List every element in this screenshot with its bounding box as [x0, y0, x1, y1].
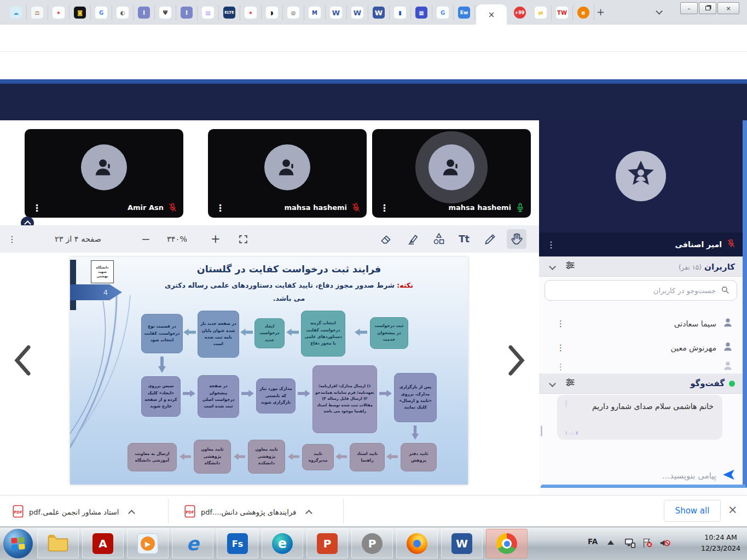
eraser-tool-icon[interactable] — [377, 229, 396, 249]
taskbar-psiphon[interactable]: P — [351, 529, 393, 558]
users-panel-header[interactable]: کاربران (۱۵ نفر) — [539, 256, 743, 277]
browser-tab[interactable]: e — [573, 5, 594, 20]
next-page-chevron-icon[interactable] — [506, 345, 527, 376]
browser-tab[interactable]: ▦ — [411, 5, 432, 20]
pdf-file-icon: PDF — [184, 505, 196, 520]
flow-step: تایید مدیرگروه — [302, 444, 334, 470]
volume-muted-icon[interactable] — [659, 537, 671, 551]
users-filter-icon[interactable] — [565, 260, 576, 273]
download-caret-icon[interactable] — [305, 510, 312, 517]
search-users-input[interactable]: جست‌وجو در کاربران — [545, 280, 737, 301]
browser-tab[interactable]: ◙ — [70, 5, 91, 20]
user-menu-icon[interactable]: ⋮ — [557, 343, 565, 353]
browser-tab[interactable]: ⇄ — [530, 5, 552, 20]
tile-menu-icon[interactable]: ⋮ — [380, 202, 389, 213]
start-button[interactable] — [3, 529, 33, 558]
chat-scrollbar-thumb[interactable] — [541, 425, 542, 436]
window-minimize-button[interactable]: – — [680, 2, 698, 14]
shapes-tool-icon[interactable] — [429, 229, 449, 249]
message-menu-icon[interactable]: ⋮ — [563, 399, 570, 407]
taskbar-media-player[interactable]: ▶ — [127, 529, 169, 558]
network-icon[interactable] — [624, 537, 636, 551]
browser-tab[interactable]: Ew — [454, 5, 475, 20]
pen-tool-icon[interactable] — [480, 229, 500, 249]
browser-tab[interactable]: G — [91, 5, 112, 20]
window-restore-button[interactable] — [699, 2, 716, 14]
fullscreen-icon[interactable] — [238, 225, 248, 253]
zoom-in-button[interactable]: + — [211, 225, 221, 253]
show-all-downloads-button[interactable]: Show all — [664, 500, 721, 522]
tab-favicon-card: ▤ — [202, 7, 214, 19]
browser-tab[interactable]: ◗ — [262, 5, 283, 20]
participant-tile[interactable]: ⋮ Amir Asn — [25, 129, 183, 218]
browser-tab[interactable]: ◍ — [283, 5, 304, 20]
browser-tab[interactable]: ✶ — [48, 5, 70, 20]
flow-arrow-down — [411, 425, 419, 440]
collapse-users-chevron-icon[interactable] — [549, 263, 556, 270]
browser-tab[interactable]: TW — [552, 5, 573, 20]
user-row[interactable]: ⋮ سیما سعادتی — [539, 312, 743, 336]
highlighter-tool-icon[interactable] — [403, 229, 422, 249]
tile-menu-icon[interactable]: ⋮ — [32, 202, 42, 213]
document-menu-icon[interactable]: ⋮ — [8, 225, 16, 253]
download-caret-icon[interactable] — [128, 510, 135, 517]
chat-filter-icon[interactable] — [565, 377, 576, 390]
hand-tool-selected[interactable] — [507, 229, 526, 249]
taskbar-edge[interactable]: e — [262, 529, 303, 558]
svg-text:PDF: PDF — [186, 510, 194, 514]
tray-date: 12/23/2024 — [696, 543, 745, 554]
browser-tab[interactable]: Ψ — [155, 5, 176, 20]
send-message-icon[interactable] — [722, 468, 736, 484]
browser-tab[interactable]: ◐ — [112, 5, 134, 20]
download-item[interactable]: PDF استاد مشاور انجمن علمی.pdf — [12, 501, 134, 523]
browser-tab[interactable]: W — [326, 5, 347, 20]
host-menu-icon[interactable]: ⋮ — [547, 240, 555, 250]
close-downloads-icon[interactable]: × — [728, 503, 738, 516]
tab-favicon-wordpress: W — [373, 7, 385, 19]
browser-tab[interactable]: ELTE — [219, 5, 240, 20]
browser-tab[interactable]: ☁ — [5, 5, 27, 20]
tab-search-chevron-icon[interactable] — [656, 8, 663, 15]
taskbar-faststone[interactable]: Fs — [217, 529, 258, 558]
taskbar-internet-explorer[interactable]: e — [172, 529, 213, 558]
active-tab[interactable]: × — [476, 4, 507, 25]
tab-close-icon[interactable]: × — [488, 10, 495, 20]
browser-tab[interactable]: W — [347, 5, 368, 20]
browser-tab[interactable]: G — [432, 5, 454, 20]
browser-tab[interactable]: I — [176, 5, 198, 20]
browser-tab[interactable]: M — [304, 5, 326, 20]
text-tool[interactable]: Tt — [454, 229, 474, 249]
tray-expand-icon[interactable] — [607, 540, 614, 545]
taskbar-chrome-active[interactable] — [486, 529, 528, 558]
browser-tab[interactable]: ⚖ — [27, 5, 48, 20]
download-item[interactable]: PDF فرایندهای پژوهشی دانش....pdf — [184, 501, 311, 523]
taskbar-adobe-reader[interactable]: A — [82, 529, 124, 558]
flow-step: ۱) ارسال مدارک: اقرارنامه/ تعهدنامه/ فرم… — [312, 365, 377, 433]
collapse-chat-chevron-icon[interactable] — [549, 380, 556, 387]
browser-tab[interactable]: W — [368, 5, 390, 20]
browser-tab[interactable]: +99 — [509, 5, 530, 20]
zoom-out-button[interactable]: − — [141, 225, 150, 253]
action-center-flag-icon[interactable] — [641, 537, 653, 551]
taskbar-explorer[interactable] — [37, 529, 79, 558]
chat-panel-header[interactable]: گفت‌وگو — [539, 374, 743, 394]
window-close-button[interactable]: × — [717, 2, 739, 14]
browser-tab[interactable]: ▤ — [198, 5, 219, 20]
browser-tab[interactable]: ▮ — [390, 5, 411, 20]
new-tab-button[interactable]: + — [597, 6, 605, 18]
taskbar-powerpoint[interactable]: P — [306, 529, 348, 558]
participant-tile-speaking[interactable]: ⋮ mahsa hashemi — [372, 129, 531, 218]
user-row-partial[interactable]: ⋮ — [539, 360, 743, 374]
browser-tab[interactable]: I — [134, 5, 155, 20]
browser-tab[interactable]: ✶ — [240, 5, 262, 20]
language-indicator[interactable]: FA — [588, 537, 598, 546]
taskbar-clock[interactable]: 10:24 AM 12/23/2024 — [696, 532, 745, 554]
previous-page-chevron-icon[interactable] — [12, 345, 33, 376]
tile-menu-icon[interactable]: ⋮ — [216, 202, 225, 213]
taskbar-firefox[interactable] — [396, 529, 438, 558]
user-menu-icon[interactable]: ⋮ — [557, 319, 565, 329]
participant-tile[interactable]: ⋮ mahsa hashemi — [208, 129, 367, 218]
user-row[interactable]: ⋮ مهرنوش معین — [539, 336, 743, 360]
user-menu-icon[interactable]: ⋮ — [557, 362, 565, 372]
taskbar-word[interactable]: W — [441, 529, 483, 558]
